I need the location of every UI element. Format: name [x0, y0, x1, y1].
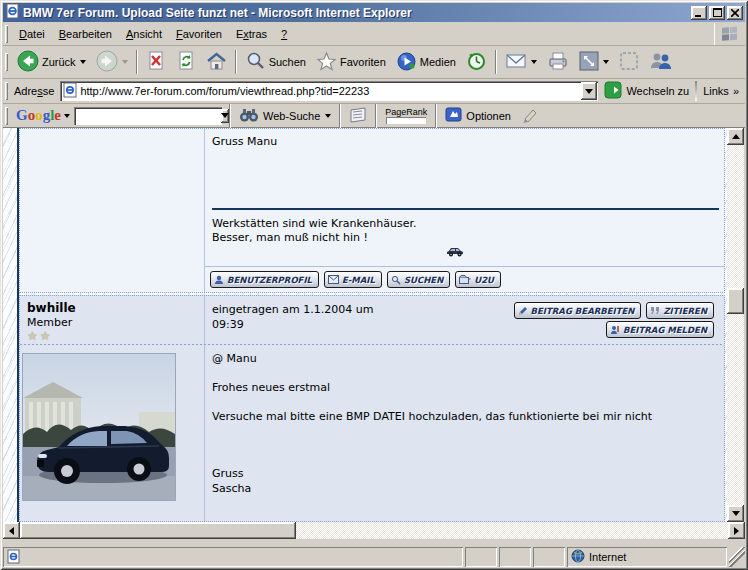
- status-panel: [465, 547, 497, 567]
- scroll-up-button[interactable]: [727, 128, 744, 145]
- maximize-button[interactable]: [709, 6, 725, 20]
- toolbar-separator: [235, 50, 237, 74]
- quote-button[interactable]: ZITIEREN: [646, 302, 714, 319]
- favorites-star-icon: [316, 51, 337, 74]
- resize-dropdown-icon[interactable]: [603, 60, 609, 64]
- menu-favoriten[interactable]: Favoriten: [169, 25, 229, 43]
- menu-extras[interactable]: Extras: [229, 25, 274, 43]
- menu-hilfe[interactable]: ?: [274, 25, 294, 43]
- chevron-icon[interactable]: »: [733, 85, 739, 97]
- menu-datei[interactable]: Datei: [12, 25, 52, 43]
- edit-post-button[interactable]: BEITRAG BEARBEITEN: [514, 302, 642, 319]
- news-button[interactable]: [344, 105, 372, 127]
- magnifier-icon: [391, 275, 401, 285]
- links-bar[interactable]: Links »: [695, 81, 745, 101]
- mail-dropdown-icon[interactable]: [531, 60, 537, 64]
- status-bar: Internet: [3, 545, 745, 567]
- resize-button[interactable]: [574, 49, 614, 75]
- favorites-button[interactable]: Favoriten: [311, 49, 391, 75]
- print-button[interactable]: [542, 49, 574, 75]
- rank-stars: ★★: [27, 329, 204, 343]
- google-search-input[interactable]: [74, 109, 220, 123]
- standard-toolbar: Zurück Suchen Favoriten Medien: [3, 46, 745, 79]
- google-search-dropdown[interactable]: [221, 109, 229, 123]
- post1-message-text: Gruss Manu: [212, 135, 277, 148]
- go-button[interactable]: Wechseln zu: [598, 80, 695, 102]
- close-button[interactable]: [727, 6, 743, 20]
- toolbar-grip[interactable]: [5, 53, 8, 71]
- menu-ansicht[interactable]: Ansicht: [119, 25, 169, 43]
- url-text[interactable]: http://www.7er-forum.com/forum/viewthrea…: [77, 85, 580, 97]
- vertical-scroll-thumb[interactable]: [727, 288, 744, 314]
- toolbar-separator: [136, 50, 138, 74]
- menu-bar: Datei Bearbeiten Ansicht Favoriten Extra…: [3, 22, 745, 46]
- horizontal-scroll-thumb[interactable]: [20, 522, 296, 539]
- highlighter-button[interactable]: [516, 105, 544, 127]
- binoculars-icon: [239, 107, 259, 125]
- home-button[interactable]: [201, 49, 232, 75]
- windows-flag-icon: [714, 23, 745, 45]
- status-zone-panel: Internet: [567, 547, 727, 567]
- googlebar-separator: [375, 104, 377, 128]
- scroll-right-button[interactable]: [728, 522, 745, 539]
- stop-button[interactable]: [141, 49, 171, 75]
- forward-button[interactable]: [91, 49, 133, 75]
- address-bar: Adresse http://www.7er-forum.com/forum/v…: [3, 79, 745, 104]
- back-icon: [17, 50, 39, 74]
- history-button[interactable]: [461, 49, 492, 75]
- search-button[interactable]: Suchen: [240, 49, 311, 75]
- media-button[interactable]: Medien: [391, 49, 461, 75]
- post1-button-row: BENUTZERPROFIL E-MAIL SUCHEN: [210, 271, 501, 288]
- scroll-left-button[interactable]: [3, 522, 20, 539]
- forward-dropdown-icon[interactable]: [122, 60, 128, 64]
- car-emoticon: [445, 245, 465, 260]
- message-line: Frohes neues erstmal: [212, 381, 330, 394]
- google-logo[interactable]: Google: [12, 107, 63, 124]
- browser-viewport: Gruss Manu Werkstätten sind wie Krankenh…: [3, 128, 744, 522]
- addressbar-grip[interactable]: [5, 82, 8, 100]
- report-post-button[interactable]: BEITRAG MELDEN: [606, 321, 714, 338]
- news-icon: [349, 107, 367, 125]
- stop-icon: [146, 51, 166, 73]
- back-button[interactable]: Zurück: [12, 49, 91, 75]
- refresh-button[interactable]: [171, 49, 201, 75]
- address-input[interactable]: http://www.7er-forum.com/forum/viewthrea…: [60, 81, 598, 101]
- post2-message-column: @ Manu Frohes neues erstmal Versuche mal…: [205, 345, 724, 521]
- post1-user-column: [20, 129, 205, 292]
- signature-divider: [212, 208, 719, 210]
- vertical-scrollbar[interactable]: [727, 128, 744, 522]
- minimize-button[interactable]: [691, 6, 707, 20]
- status-main-panel: [3, 547, 463, 567]
- pagerank-indicator[interactable]: PageRank: [380, 107, 432, 124]
- email-button[interactable]: E-MAIL: [324, 271, 382, 288]
- search-posts-button[interactable]: SUCHEN: [387, 271, 450, 288]
- forum-page: Gruss Manu Werkstätten sind wie Krankenh…: [3, 128, 727, 522]
- menubar-grip[interactable]: [5, 25, 8, 43]
- author-name[interactable]: bwhille: [27, 301, 204, 315]
- web-search-dropdown-icon[interactable]: [325, 114, 331, 118]
- zone-label: Internet: [589, 551, 626, 563]
- messenger-button[interactable]: [644, 49, 678, 75]
- options-button[interactable]: Optionen: [440, 105, 516, 127]
- page-icon: [63, 82, 77, 100]
- resize-icon: [579, 51, 599, 73]
- resize-grip[interactable]: [729, 547, 745, 567]
- discuss-button[interactable]: [614, 49, 644, 75]
- u2u-button[interactable]: U2U: [455, 271, 501, 288]
- mail-button[interactable]: [500, 49, 542, 75]
- refresh-icon: [176, 51, 196, 73]
- web-search-button[interactable]: Web-Suche: [234, 105, 336, 127]
- profile-button[interactable]: BENUTZERPROFIL: [210, 271, 319, 288]
- message-line: Gruss: [212, 467, 243, 480]
- scroll-left-icon: [9, 527, 14, 535]
- scroll-up-icon: [732, 134, 740, 139]
- scroll-down-button[interactable]: [727, 505, 744, 522]
- horizontal-scrollbar[interactable]: [3, 522, 745, 539]
- google-search-field[interactable]: [74, 107, 222, 125]
- forward-icon: [96, 50, 118, 74]
- googlebar-grip[interactable]: [5, 107, 8, 125]
- menu-bearbeiten[interactable]: Bearbeiten: [52, 25, 119, 43]
- address-dropdown-button[interactable]: [581, 82, 597, 100]
- google-logo-dropdown-icon[interactable]: [64, 114, 70, 118]
- back-dropdown-icon[interactable]: [80, 60, 86, 64]
